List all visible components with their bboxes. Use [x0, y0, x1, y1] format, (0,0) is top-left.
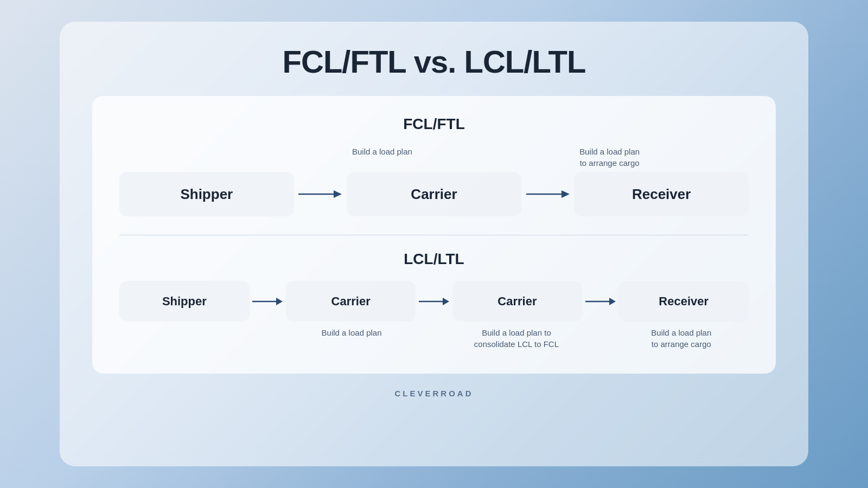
fcl-label-row: Build a load plan Build a load plan to a…	[119, 146, 749, 169]
section-divider	[119, 235, 749, 235]
lcl-arrow-2	[416, 296, 452, 307]
lcl-carrier2-label: Carrier	[497, 294, 537, 309]
lcl-shipper-box: Shipper	[119, 281, 250, 322]
fcl-label-2: Build a load plan to arrange cargo	[574, 146, 749, 169]
fcl-receiver-box: Receiver	[574, 172, 749, 216]
svg-marker-7	[443, 298, 449, 305]
fcl-arrow-2	[521, 188, 574, 201]
svg-marker-1	[334, 190, 342, 198]
lcl-section-title: LCL/LTL	[119, 251, 749, 268]
fcl-arrow-1-svg	[298, 188, 342, 201]
fcl-carrier-label: Carrier	[411, 186, 457, 203]
svg-marker-5	[276, 298, 283, 305]
fcl-receiver-label: Receiver	[632, 186, 691, 203]
outer-card: FCL/FTL vs. LCL/LTL FCL/FTL Build a load…	[60, 22, 808, 466]
lcl-arrow-1	[250, 296, 286, 307]
fcl-carrier-box: Carrier	[347, 172, 521, 216]
lcl-carrier1-box: Carrier	[286, 281, 416, 322]
lcl-shipper-label: Shipper	[162, 294, 207, 309]
lcl-section: LCL/LTL Shipper Carrier	[119, 251, 749, 350]
fcl-arrow-2-svg	[526, 188, 570, 201]
fcl-section-title: FCL/FTL	[119, 115, 749, 133]
lcl-arrow-2-svg	[419, 296, 449, 307]
svg-marker-9	[609, 298, 616, 305]
lcl-receiver-label: Receiver	[659, 294, 709, 309]
fcl-label-1: Build a load plan	[347, 146, 521, 157]
brand-label: CLEVERROAD	[394, 389, 473, 398]
lcl-label-3: Build a load plan to arrange cargo	[614, 327, 749, 350]
fcl-arrow-1	[294, 188, 347, 201]
inner-card: FCL/FTL Build a load plan Build a load p…	[92, 96, 776, 374]
lcl-label-2: Build a load plan to consolidate LCL to …	[449, 327, 584, 350]
fcl-shipper-box: Shipper	[119, 172, 294, 216]
lcl-carrier2-box: Carrier	[452, 281, 583, 322]
lcl-label-1: Build a load plan	[284, 327, 419, 338]
lcl-flow-row: Shipper Carrier	[119, 281, 749, 322]
lcl-arrow-1-svg	[252, 296, 283, 307]
fcl-section: FCL/FTL Build a load plan Build a load p…	[119, 115, 749, 220]
svg-marker-3	[561, 190, 570, 198]
lcl-carrier1-label: Carrier	[331, 294, 371, 309]
lcl-label-row: Build a load plan Build a load plan to c…	[119, 327, 749, 350]
lcl-arrow-3-svg	[585, 296, 616, 307]
main-title: FCL/FTL vs. LCL/LTL	[283, 43, 586, 80]
lcl-receiver-box: Receiver	[618, 281, 749, 322]
fcl-flow-row: Shipper Carrier	[119, 172, 749, 216]
fcl-shipper-label: Shipper	[180, 186, 233, 203]
lcl-arrow-3	[582, 296, 618, 307]
